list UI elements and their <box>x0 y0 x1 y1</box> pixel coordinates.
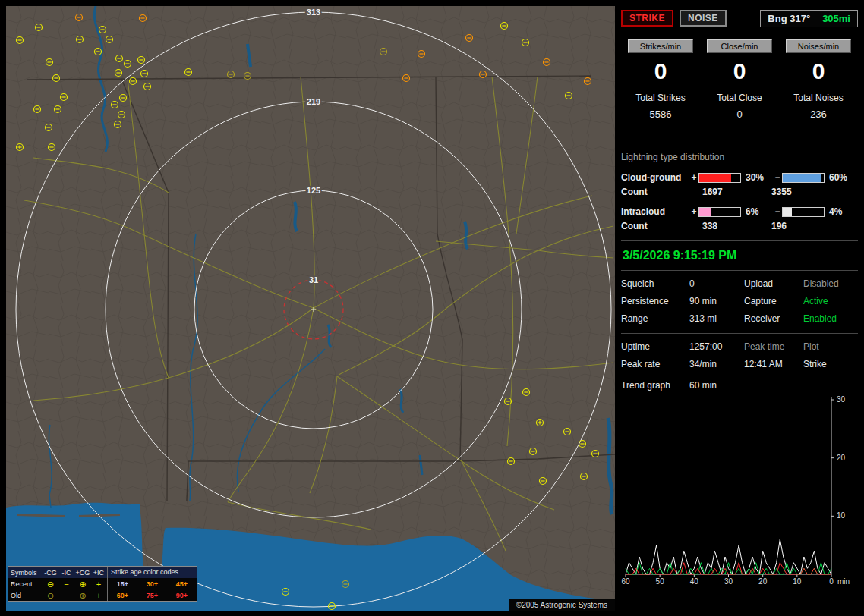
ic-positive-count: 338 <box>689 221 764 231</box>
legend-row: Old⊖−⊕+ <box>8 589 107 601</box>
y-tick-label: 10 <box>837 511 846 520</box>
bearing-display: Bng 317° 305mi <box>760 10 858 27</box>
stat-value: 34/min <box>689 359 744 369</box>
minus-sign: − <box>773 172 782 183</box>
map-legend: Symbols -CG -IC +CG +IC Recent⊖−⊕+Old⊖−⊕… <box>8 566 197 602</box>
status-value: Disabled <box>803 278 858 289</box>
status-label: Persistence <box>621 296 689 306</box>
x-tick-label: 50 <box>656 577 665 585</box>
status-label: Squelch <box>621 278 689 289</box>
status-label: Capture <box>744 296 803 306</box>
status-label: Range <box>621 313 689 324</box>
legend-row-name: Recent <box>11 580 43 588</box>
legend-cp-symbol: ⊕ <box>74 580 91 588</box>
trend-window: 60 min <box>689 380 858 391</box>
x-tick-label: 30 <box>724 577 733 585</box>
legend-col-pos-ic: +IC <box>91 569 106 577</box>
strikes-per-min-counter: Strikes/min 0 Total Strikes 5586 <box>621 39 700 120</box>
ic-negative-pct: 4% <box>825 206 850 217</box>
counter-value: 0 <box>621 58 700 84</box>
total-label: Total Close <box>700 93 779 103</box>
legend-symbols-title: Symbols <box>11 569 43 577</box>
x-tick-label: 0 <box>829 577 834 585</box>
status-value: 90 min <box>689 296 744 306</box>
total-value: 0 <box>700 108 779 120</box>
stat-value: 1257:00 <box>689 341 744 352</box>
strike-indicator[interactable]: STRIKE <box>621 10 673 27</box>
stat-value: Strike <box>803 359 858 369</box>
trend-series-strike <box>626 539 831 574</box>
legend-col-neg-ic: -IC <box>58 569 74 577</box>
legend-cm-symbol: ⊖ <box>43 580 58 588</box>
intracloud-row: Intracloud + 6% − 4% <box>621 206 858 217</box>
ic-positive-bar <box>698 207 741 217</box>
cg-positive-bar <box>698 173 741 183</box>
ic-positive-pct: 6% <box>741 206 773 217</box>
receiver-status: Squelch 0 Upload Disabled Persistence 90… <box>621 278 858 324</box>
cg-positive-count: 1697 <box>689 187 764 197</box>
noises-per-min-counter: Noises/min 0 Total Noises 236 <box>779 39 858 120</box>
close-per-min-counter: Close/min 0 Total Close 0 <box>700 39 779 120</box>
legend-age-row: 60+75+90+ <box>108 589 197 601</box>
trend-graph: 3020106050403020100min <box>621 394 858 585</box>
status-value: 313 mi <box>689 313 744 324</box>
status-label: Receiver <box>744 313 803 324</box>
legend-col-neg-cg: -CG <box>43 569 58 577</box>
total-label: Total Strikes <box>621 93 700 103</box>
cg-negative-pct: 60% <box>825 172 850 183</box>
counter-label: Close/min <box>707 39 772 53</box>
noise-indicator[interactable]: NOISE <box>680 10 727 27</box>
stat-value: 12:41 AM <box>744 359 803 369</box>
cloud-ground-row: Cloud-ground + 30% − 60% <box>621 172 858 183</box>
age-code-label: 30+ <box>137 580 167 588</box>
legend-cm-symbol: ⊖ <box>43 592 58 599</box>
trend-graph-header: Trend graph 60 min <box>621 380 858 391</box>
age-code-label: 60+ <box>108 592 137 599</box>
age-codes-header: Strike age color codes <box>108 567 197 578</box>
session-stats: Uptime 1257:00 Peak time Plot Peak rate … <box>621 341 858 369</box>
ic-negative-count: 196 <box>764 221 858 231</box>
stat-label: Peak rate <box>621 359 689 369</box>
status-value: 0 <box>689 278 744 289</box>
cg-negative-count: 3355 <box>764 187 858 197</box>
stat-label: Uptime <box>621 341 689 352</box>
rate-counters: Strikes/min 0 Total Strikes 5586 Close/m… <box>621 39 858 120</box>
x-tick-label: 10 <box>793 577 802 585</box>
age-code-label: 15+ <box>108 580 137 588</box>
total-value: 5586 <box>621 108 700 120</box>
total-label: Total Noises <box>779 93 858 103</box>
legend-p-symbol: + <box>91 580 106 588</box>
x-tick-label: 40 <box>690 577 699 585</box>
intracloud-counts: Count 338 196 <box>621 221 858 231</box>
lightning-map[interactable]: 31321912531 Symbols -CG -IC +CG +IC Rece… <box>6 6 615 611</box>
map-canvas: 31321912531 <box>6 6 615 611</box>
divider <box>621 165 858 165</box>
legend-cp-symbol: ⊕ <box>74 592 91 599</box>
ic-negative-bar <box>782 207 825 217</box>
plus-sign: + <box>689 206 698 217</box>
legend-symbols-header-row: Symbols -CG -IC +CG +IC <box>8 567 107 578</box>
distribution-label: Intracloud <box>621 206 689 217</box>
y-tick-label: 30 <box>837 395 846 404</box>
plus-sign: + <box>689 172 698 183</box>
legend-row-name: Old <box>11 592 43 599</box>
status-value: Active <box>803 296 858 306</box>
counter-label: Noises/min <box>786 39 851 53</box>
datetime-display: 3/5/2026 9:15:19 PM <box>621 244 858 268</box>
range-ring-label: 313 <box>307 8 320 17</box>
stat-label: Plot <box>803 341 858 352</box>
range-ring-label: 219 <box>307 97 320 106</box>
x-tick-label: 60 <box>621 577 630 585</box>
minus-sign: − <box>773 206 782 217</box>
x-axis-unit-label: min <box>837 577 850 585</box>
legend-age-section: Strike age color codes 15+30+45+60+75+90… <box>108 567 197 601</box>
app-window: 31321912531 Symbols -CG -IC +CG +IC Rece… <box>0 0 864 616</box>
legend-col-pos-cg: +CG <box>74 569 91 577</box>
legend-m-symbol: − <box>58 592 74 599</box>
range-ring-label: 31 <box>309 275 318 284</box>
divider <box>621 333 858 334</box>
legend-p-symbol: + <box>91 592 106 599</box>
divider <box>621 270 858 271</box>
counter-value: 0 <box>700 58 779 84</box>
distribution-title: Lightning type distribution <box>621 152 858 162</box>
